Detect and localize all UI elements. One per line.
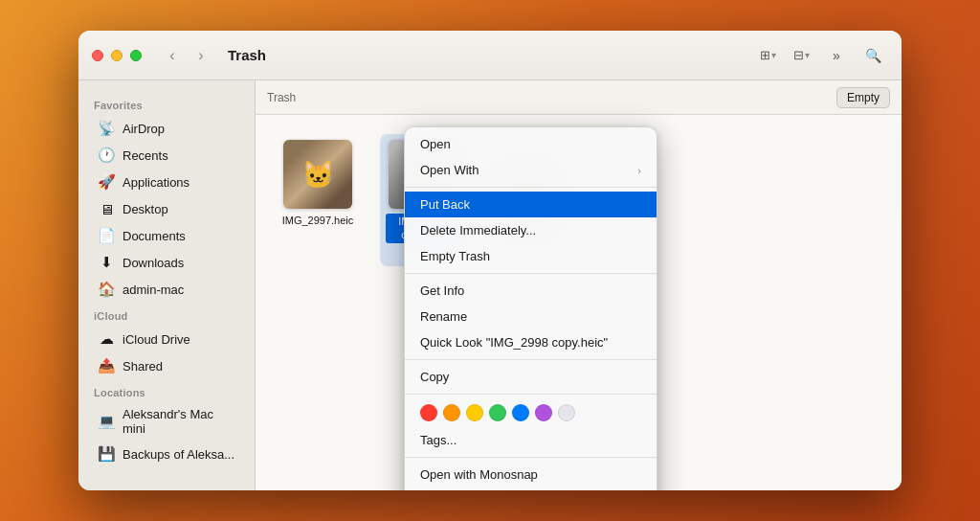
title-bar: ‹ › Trash ⊞ ▾ ⊟ ▾ » 🔍 bbox=[78, 31, 902, 80]
ctx-empty-trash[interactable]: Empty Trash bbox=[405, 243, 657, 269]
ctx-rename[interactable]: Rename bbox=[405, 304, 657, 329]
sidebar-item-downloads[interactable]: ⬇ Downloads bbox=[82, 249, 251, 276]
sidebar-label-documents: Documents bbox=[122, 229, 186, 243]
ctx-open-with-label: Open With bbox=[420, 163, 637, 177]
more-button[interactable]: » bbox=[821, 42, 852, 69]
icon-view-button[interactable]: ⊞ ▾ bbox=[754, 42, 782, 69]
ctx-quick-look-label: Quick Look "IMG_2998 copy.heic" bbox=[420, 335, 641, 350]
ctx-empty-trash-label: Empty Trash bbox=[420, 249, 641, 263]
grid-chevron-icon: ▾ bbox=[805, 50, 810, 60]
grid-view-icon: ⊟ bbox=[793, 48, 804, 62]
favorites-section-label: Favorites bbox=[78, 92, 255, 115]
documents-icon: 📄 bbox=[98, 227, 115, 244]
mac-mini-icon: 💻 bbox=[98, 413, 115, 430]
ctx-separator-2 bbox=[405, 273, 657, 274]
sidebar-item-icloud-drive[interactable]: ☁ iCloud Drive bbox=[82, 326, 251, 352]
desktop-icon: 🖥 bbox=[98, 200, 115, 217]
sidebar-item-applications[interactable]: 🚀 Applications bbox=[82, 169, 251, 195]
icon-view-icon: ⊞ bbox=[760, 48, 770, 62]
sidebar-label-applications: Applications bbox=[122, 175, 189, 190]
ctx-open[interactable]: Open bbox=[405, 131, 657, 157]
ctx-quick-look[interactable]: Quick Look "IMG_2998 copy.heic" bbox=[405, 329, 657, 355]
traffic-lights bbox=[92, 50, 142, 61]
context-menu: Open Open With › Put Back Delete Immedia… bbox=[404, 126, 657, 490]
forward-button[interactable]: › bbox=[188, 42, 214, 69]
icloud-section-label: iCloud bbox=[78, 303, 255, 326]
open-with-chevron-icon: › bbox=[637, 165, 641, 176]
tag-purple[interactable] bbox=[535, 404, 552, 421]
finder-window: ‹ › Trash ⊞ ▾ ⊟ ▾ » 🔍 Favorites 📡 AirDro… bbox=[78, 31, 902, 490]
content-area: Favorites 📡 AirDrop 🕐 Recents 🚀 Applicat… bbox=[78, 80, 902, 490]
sidebar-item-documents[interactable]: 📄 Documents bbox=[82, 222, 251, 249]
sidebar-label-backups: Backups of Aleksa... bbox=[122, 447, 234, 462]
icloud-drive-icon: ☁ bbox=[98, 330, 115, 348]
ctx-copy-label: Copy bbox=[420, 370, 641, 384]
applications-icon: 🚀 bbox=[98, 173, 115, 191]
ctx-open-with[interactable]: Open With › bbox=[405, 157, 657, 183]
sidebar-item-backups[interactable]: 💾 Backups of Aleksa... bbox=[82, 441, 251, 467]
airdrop-icon: 📡 bbox=[98, 120, 115, 137]
shared-icon: 📤 bbox=[98, 357, 115, 374]
ctx-get-info-label: Get Info bbox=[420, 283, 641, 298]
sidebar-label-desktop: Desktop bbox=[122, 202, 168, 216]
tag-yellow[interactable] bbox=[466, 404, 483, 421]
ctx-set-desktop[interactable]: Set Desktop Picture bbox=[405, 487, 657, 490]
sidebar-label-mac-mini: Aleksandr's Mac mini bbox=[122, 407, 235, 436]
fullscreen-button[interactable] bbox=[130, 50, 142, 61]
close-button[interactable] bbox=[92, 50, 103, 61]
ctx-tags[interactable]: Tags... bbox=[405, 427, 657, 453]
window-title: Trash bbox=[228, 47, 746, 63]
ctx-put-back[interactable]: Put Back bbox=[405, 192, 657, 217]
ctx-separator-4 bbox=[405, 394, 657, 395]
minimize-button[interactable] bbox=[111, 50, 122, 61]
grid-view-button[interactable]: ⊟ ▾ bbox=[788, 42, 815, 69]
tag-green[interactable] bbox=[489, 404, 506, 421]
sidebar-item-desktop[interactable]: 🖥 Desktop bbox=[82, 195, 251, 222]
sidebar-label-shared: Shared bbox=[122, 359, 163, 374]
sidebar-item-recents[interactable]: 🕐 Recents bbox=[82, 142, 251, 169]
tag-blue[interactable] bbox=[512, 404, 529, 421]
home-icon: 🏠 bbox=[98, 281, 115, 298]
file-item-img2997[interactable]: IMG_2997.heic bbox=[275, 134, 361, 266]
locations-section-label: Locations bbox=[78, 379, 255, 402]
finder-toolbar: Trash Empty bbox=[256, 80, 902, 115]
back-button[interactable]: ‹ bbox=[159, 42, 186, 69]
downloads-icon: ⬇ bbox=[98, 254, 115, 271]
ctx-put-back-label: Put Back bbox=[420, 197, 641, 212]
sidebar: Favorites 📡 AirDrop 🕐 Recents 🚀 Applicat… bbox=[78, 80, 256, 490]
ctx-get-info[interactable]: Get Info bbox=[405, 278, 657, 304]
ctx-separator-3 bbox=[405, 359, 657, 360]
nav-buttons: ‹ › bbox=[159, 42, 214, 69]
toolbar-right: ⊞ ▾ ⊟ ▾ » 🔍 bbox=[754, 42, 888, 69]
tag-red[interactable] bbox=[420, 404, 437, 421]
ctx-delete-immediately[interactable]: Delete Immediately... bbox=[405, 217, 657, 243]
sidebar-label-icloud-drive: iCloud Drive bbox=[122, 332, 190, 347]
sidebar-label-admin-mac: admin-mac bbox=[122, 283, 184, 297]
file-thumb-img2997 bbox=[283, 140, 352, 209]
file-name-img2997: IMG_2997.heic bbox=[282, 214, 354, 227]
path-label: Trash bbox=[267, 91, 831, 104]
sidebar-label-recents: Recents bbox=[122, 148, 168, 163]
sidebar-item-admin-mac[interactable]: 🏠 admin-mac bbox=[82, 276, 251, 303]
ctx-open-label: Open bbox=[420, 137, 641, 151]
ctx-separator-5 bbox=[405, 457, 657, 458]
tags-row bbox=[405, 398, 657, 427]
sidebar-item-airdrop[interactable]: 📡 AirDrop bbox=[82, 115, 251, 142]
ctx-tags-label: Tags... bbox=[420, 433, 641, 447]
sidebar-item-mac-mini[interactable]: 💻 Aleksandr's Mac mini bbox=[82, 402, 251, 441]
tag-gray[interactable] bbox=[558, 404, 575, 421]
empty-button[interactable]: Empty bbox=[836, 87, 890, 108]
tag-orange[interactable] bbox=[443, 404, 460, 421]
ctx-copy[interactable]: Copy bbox=[405, 364, 657, 390]
sidebar-label-downloads: Downloads bbox=[122, 256, 184, 270]
ctx-separator-1 bbox=[405, 187, 657, 188]
sidebar-label-airdrop: AirDrop bbox=[122, 122, 165, 136]
ctx-open-monosnap[interactable]: Open with Monosnap bbox=[405, 462, 657, 487]
sidebar-item-shared[interactable]: 📤 Shared bbox=[82, 352, 251, 379]
view-chevron-icon: ▾ bbox=[771, 50, 776, 60]
ctx-delete-immediately-label: Delete Immediately... bbox=[420, 223, 641, 238]
search-button[interactable]: 🔍 bbox=[858, 42, 888, 69]
ctx-open-monosnap-label: Open with Monosnap bbox=[420, 467, 641, 482]
main-area: Trash Empty IMG_2997.heic IMG_2998 copy.… bbox=[256, 80, 902, 490]
backups-icon: 💾 bbox=[98, 445, 115, 463]
